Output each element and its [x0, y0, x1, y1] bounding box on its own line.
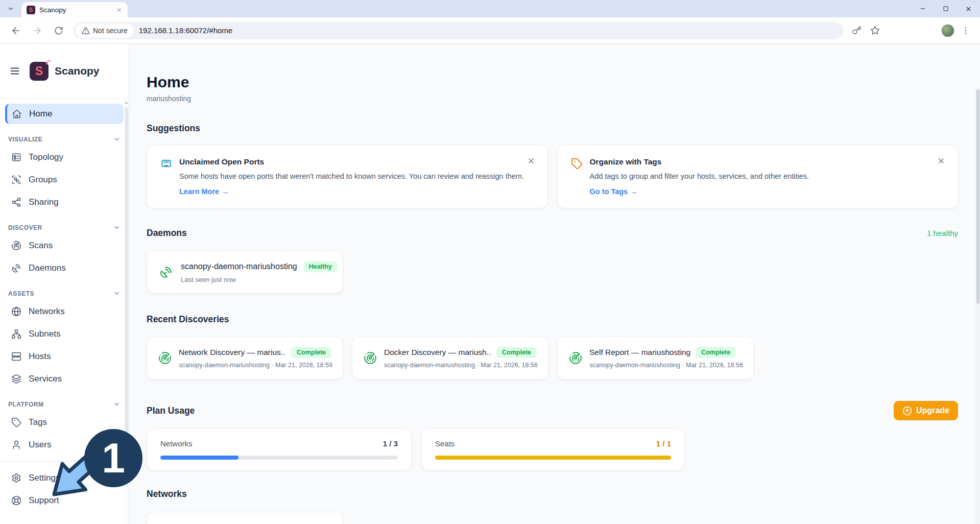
forward-button[interactable]	[29, 22, 46, 39]
page-scrollbar[interactable]	[975, 88, 980, 524]
sidebar-item-label: Services	[29, 374, 62, 384]
brand-name: Scanopy	[55, 65, 100, 77]
radar-icon	[569, 351, 582, 365]
daemon-card[interactable]: scanopy-daemon-mariushosting Healthy Las…	[147, 251, 343, 294]
sidebar-scrollbar[interactable]: ▲	[124, 99, 129, 524]
sidebar-item-groups[interactable]: Groups	[5, 170, 124, 190]
networks-heading: Networks	[147, 489, 958, 499]
upgrade-label: Upgrade	[916, 406, 949, 415]
sidebar-item-topology[interactable]: Topology	[5, 147, 124, 168]
password-manager-button[interactable]	[849, 23, 864, 38]
star-icon	[870, 26, 880, 35]
back-button[interactable]	[7, 22, 25, 39]
sidebar-section-assets[interactable]: ASSETS	[8, 290, 121, 297]
tab-search-button[interactable]	[4, 2, 17, 15]
suggestion-card-unclaimed-ports: Unclaimed Open Ports Some hosts have ope…	[147, 145, 548, 208]
sidebar-item-tags[interactable]: Tags	[5, 412, 124, 433]
scrollbar-thumb[interactable]	[976, 89, 979, 304]
reload-button[interactable]	[50, 22, 67, 39]
dismiss-suggestion-button[interactable]	[526, 156, 536, 166]
plan-meter-seats: Seats 1 / 1	[421, 428, 685, 470]
scrollbar-up-arrow[interactable]: ▲	[124, 100, 129, 105]
daemon-name: scanopy-daemon-mariushosting	[181, 262, 297, 271]
sidebar-item-home[interactable]: Home	[5, 104, 124, 124]
upgrade-button[interactable]: Upgrade	[894, 401, 958, 420]
topology-icon	[11, 152, 21, 162]
sidebar-divider	[0, 461, 129, 462]
suggestion-title: Organize with Tags	[590, 157, 809, 166]
discoveries-grid: Network Discovery — marius... Complete s…	[147, 336, 958, 379]
url-text: 192.168.1.18:60072/#home	[139, 26, 233, 35]
security-chip[interactable]: Not secure	[76, 23, 134, 38]
window-maximize-button[interactable]	[934, 0, 957, 17]
browser-tab-scanopy[interactable]: S Scanopy	[21, 2, 128, 17]
status-badge: Healthy	[303, 261, 338, 272]
discovery-card[interactable]: Self Report — mariushosting Complete sca…	[557, 336, 754, 379]
sidebar-section-platform[interactable]: PLATFORM	[8, 400, 121, 408]
discovery-meta: scanopy-daemon-mariushosting · Mar 21, 2…	[384, 362, 537, 369]
go-to-tags-link[interactable]: Go to Tags→	[590, 187, 638, 196]
sidebar-item-label: Subnets	[29, 329, 60, 339]
page-title: Home	[147, 74, 958, 91]
network-card[interactable]: mariushosting 2 hosts 22 services 16 sub…	[147, 512, 343, 524]
sidebar-item-support[interactable]: Support	[5, 490, 124, 511]
discovery-card[interactable]: Network Discovery — marius... Complete s…	[147, 336, 343, 379]
layers-icon	[11, 374, 21, 384]
sidebar-item-networks[interactable]: Networks	[5, 301, 124, 322]
satellite-dish-icon	[11, 263, 21, 273]
section-label: PLATFORM	[8, 401, 44, 408]
section-label: VISUALIZE	[8, 136, 42, 143]
radar-icon	[11, 241, 21, 251]
suggestion-body: Some hosts have open ports that weren't …	[179, 172, 524, 180]
sidebar-section-discover[interactable]: DISCOVER	[8, 224, 121, 231]
forward-arrow-icon	[32, 26, 42, 36]
sidebar-item-sharing[interactable]: Sharing	[5, 192, 124, 212]
tab-close-button[interactable]	[114, 5, 124, 14]
three-dots-icon	[961, 26, 970, 35]
ethernet-port-icon	[160, 158, 172, 170]
progress-fill	[435, 456, 671, 460]
chevron-down-icon	[113, 290, 121, 297]
sidebar-item-users[interactable]: Users	[5, 435, 124, 455]
daemons-health-summary: 1 healthy	[927, 229, 958, 237]
sidebar-item-label: Users	[29, 440, 51, 450]
sidebar-item-settings[interactable]: Settings	[5, 468, 124, 488]
discovery-card[interactable]: Docker Discovery — mariush... Complete s…	[352, 336, 548, 379]
minimize-icon	[920, 6, 926, 12]
radar-icon	[364, 351, 377, 365]
section-label: ASSETS	[8, 290, 34, 297]
learn-more-link[interactable]: Learn More→	[179, 187, 229, 196]
server-icon	[11, 351, 21, 362]
window-close-button[interactable]	[957, 0, 980, 17]
sidebar-item-daemons[interactable]: Daemons	[5, 258, 124, 278]
browser-toolbar: Not secure 192.168.1.18:60072/#home	[0, 17, 980, 44]
tab-title: Scanopy	[39, 6, 110, 14]
sidebar-item-label: Settings	[29, 473, 60, 483]
key-icon	[852, 26, 862, 35]
arrow-right-icon: →	[222, 187, 229, 196]
sidebar-item-scans[interactable]: Scans	[5, 235, 124, 256]
meter-value: 1 / 3	[383, 439, 398, 448]
bookmark-button[interactable]	[867, 23, 882, 38]
hamburger-icon	[9, 65, 20, 77]
circle-arrow-up-icon	[902, 406, 912, 416]
sidebar-item-hosts[interactable]: Hosts	[5, 346, 124, 367]
plan-usage-grid: Networks 1 / 3 Seats 1 / 1	[147, 428, 958, 470]
logo-letter: S	[35, 64, 43, 78]
gear-icon	[11, 473, 21, 483]
status-badge: Complete	[696, 347, 736, 358]
section-label: DISCOVER	[8, 224, 42, 231]
address-bar[interactable]: Not secure 192.168.1.18:60072/#home	[74, 22, 843, 39]
discovery-title: Docker Discovery — mariush...	[384, 348, 491, 357]
dismiss-suggestion-button[interactable]	[936, 156, 946, 166]
plan-meter-networks: Networks 1 / 3	[147, 428, 412, 470]
profile-avatar[interactable]	[941, 24, 954, 37]
chevron-down-icon	[7, 5, 14, 12]
sidebar-item-services[interactable]: Services	[5, 369, 124, 389]
browser-menu-button[interactable]	[958, 23, 973, 38]
sidebar-section-visualize[interactable]: VISUALIZE	[8, 135, 121, 143]
scrollbar-thumb[interactable]	[125, 107, 128, 447]
sidebar-item-subnets[interactable]: Subnets	[5, 324, 124, 344]
sidebar-toggle-button[interactable]	[6, 62, 23, 80]
window-minimize-button[interactable]	[911, 0, 934, 17]
